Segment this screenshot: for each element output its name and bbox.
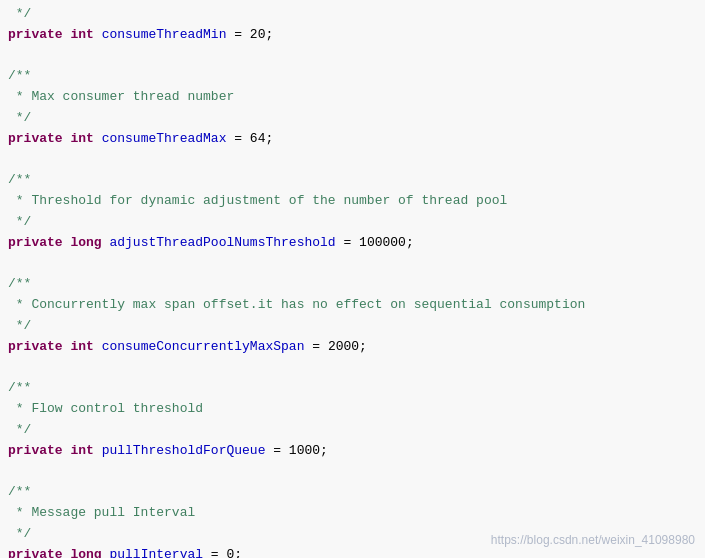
code-token: = 2000; (304, 339, 366, 354)
code-content: */ (8, 4, 705, 25)
table-row: */ (0, 420, 705, 441)
code-content: */ (8, 316, 705, 337)
code-token: int (70, 443, 101, 458)
table-row: */ (0, 316, 705, 337)
code-token: int (70, 339, 101, 354)
code-content: * Concurrently max span offset.it has no… (8, 295, 705, 316)
code-token: /** (8, 380, 31, 395)
code-token: /** (8, 276, 31, 291)
code-content: /** (8, 482, 705, 503)
code-editor: */private int consumeThreadMin = 20; /**… (0, 0, 705, 558)
code-content: /** (8, 66, 705, 87)
code-token: = 1000; (265, 443, 327, 458)
code-token: private (8, 443, 70, 458)
code-token: */ (8, 6, 31, 21)
code-token: private (8, 235, 70, 250)
table-row: */ (0, 4, 705, 25)
code-token: /** (8, 68, 31, 83)
code-token: /** (8, 172, 31, 187)
code-token: consumeConcurrentlyMaxSpan (102, 339, 305, 354)
table-row: * Max consumer thread number (0, 87, 705, 108)
code-token: */ (8, 214, 31, 229)
code-lines: */private int consumeThreadMin = 20; /**… (0, 4, 705, 558)
code-content: * Max consumer thread number (8, 87, 705, 108)
code-token: long (70, 547, 109, 558)
code-content: private int consumeThreadMin = 20; (8, 25, 705, 46)
code-content: */ (8, 212, 705, 233)
code-token: adjustThreadPoolNumsThreshold (109, 235, 335, 250)
table-row (0, 150, 705, 171)
table-row: */ (0, 212, 705, 233)
table-row: private int pullThresholdForQueue = 1000… (0, 441, 705, 462)
code-content: /** (8, 378, 705, 399)
code-token: = 100000; (336, 235, 414, 250)
code-token: * Max consumer thread number (8, 89, 234, 104)
code-content: * Threshold for dynamic adjustment of th… (8, 191, 705, 212)
table-row: /** (0, 66, 705, 87)
table-row: private int consumeConcurrentlyMaxSpan =… (0, 337, 705, 358)
code-content: * Message pull Interval (8, 503, 705, 524)
code-token: * Flow control threshold (8, 401, 203, 416)
code-token: consumeThreadMin (102, 27, 227, 42)
table-row (0, 358, 705, 379)
table-row: /** (0, 378, 705, 399)
table-row: * Concurrently max span offset.it has no… (0, 295, 705, 316)
code-token: pullThresholdForQueue (102, 443, 266, 458)
table-row: /** (0, 170, 705, 191)
code-content: */ (8, 420, 705, 441)
table-row: */ (0, 108, 705, 129)
table-row (0, 462, 705, 483)
watermark: https://blog.csdn.net/weixin_41098980 (491, 531, 695, 550)
code-token: private (8, 339, 70, 354)
code-content: private long adjustThreadPoolNumsThresho… (8, 233, 705, 254)
code-token: = 20; (226, 27, 273, 42)
code-content: private int consumeConcurrentlyMaxSpan =… (8, 337, 705, 358)
code-content: * Flow control threshold (8, 399, 705, 420)
code-content: */ (8, 108, 705, 129)
code-token: = 0; (203, 547, 242, 558)
code-content: private int consumeThreadMax = 64; (8, 129, 705, 150)
code-token: * Concurrently max span offset.it has no… (8, 297, 585, 312)
code-token: */ (8, 318, 31, 333)
code-token: = 64; (226, 131, 273, 146)
code-token: /** (8, 484, 31, 499)
code-content (8, 358, 705, 379)
code-content: /** (8, 274, 705, 295)
code-token: * Message pull Interval (8, 505, 195, 520)
code-token: pullInterval (109, 547, 203, 558)
code-content (8, 462, 705, 483)
table-row: private long adjustThreadPoolNumsThresho… (0, 233, 705, 254)
table-row: * Threshold for dynamic adjustment of th… (0, 191, 705, 212)
table-row: private int consumeThreadMax = 64; (0, 129, 705, 150)
code-content (8, 46, 705, 67)
code-token: */ (8, 422, 31, 437)
code-token: int (70, 131, 101, 146)
table-row: /** (0, 274, 705, 295)
table-row: * Message pull Interval (0, 503, 705, 524)
table-row (0, 254, 705, 275)
code-token: private (8, 547, 70, 558)
table-row: /** (0, 482, 705, 503)
code-token: int (70, 27, 101, 42)
table-row: * Flow control threshold (0, 399, 705, 420)
code-content: /** (8, 170, 705, 191)
code-content (8, 254, 705, 275)
code-token: private (8, 27, 70, 42)
table-row: private int consumeThreadMin = 20; (0, 25, 705, 46)
code-token: private (8, 131, 70, 146)
code-token: long (70, 235, 109, 250)
table-row (0, 46, 705, 67)
code-token: * Threshold for dynamic adjustment of th… (8, 193, 507, 208)
code-token: consumeThreadMax (102, 131, 227, 146)
code-content (8, 150, 705, 171)
code-content: private int pullThresholdForQueue = 1000… (8, 441, 705, 462)
code-token: */ (8, 526, 31, 541)
code-token: */ (8, 110, 31, 125)
